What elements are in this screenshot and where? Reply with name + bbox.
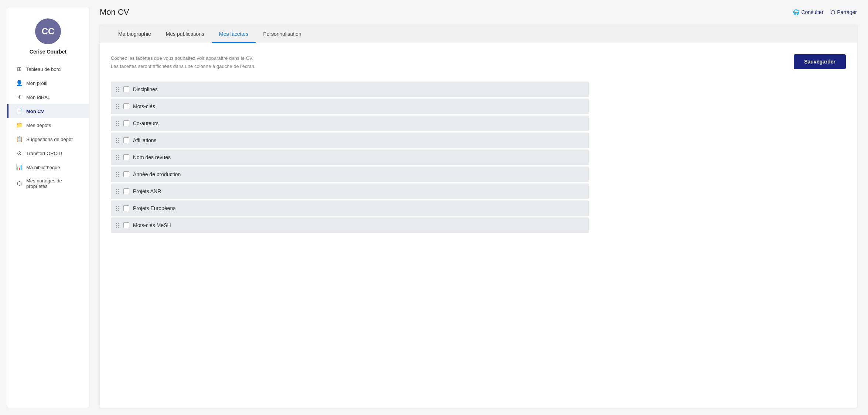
tableau-de-bord-icon: ⊞ [16, 66, 23, 72]
mes-depots-icon: 📁 [16, 122, 23, 128]
sidebar-item-label: Transfert ORCID [26, 151, 62, 156]
sidebar-item-mes-partages[interactable]: ⬡ Mes partages de propriétés [7, 174, 89, 193]
mon-idhal-icon: ✳ [16, 94, 23, 100]
tab-ma-biographie[interactable]: Ma biographie [111, 24, 158, 43]
facette-item-mots-cles[interactable]: Mots-clés [111, 99, 589, 114]
facette-label-projets-anr: Projets ANR [133, 188, 161, 194]
sidebar-item-transfert-orcid[interactable]: ⊙ Transfert ORCID [7, 146, 89, 160]
share-link[interactable]: ⬡ Partager [831, 9, 857, 15]
facette-checkbox-annee-de-production[interactable] [123, 171, 129, 177]
drag-handle-icon [116, 138, 120, 143]
facette-item-projets-europeens[interactable]: Projets Européens [111, 200, 589, 216]
mon-profil-icon: 👤 [16, 80, 23, 86]
drag-handle-icon [116, 104, 120, 109]
facette-label-projets-europeens: Projets Européens [133, 205, 175, 211]
facette-label-mots-cles: Mots-clés [133, 103, 155, 109]
sidebar-item-label: Tableau de bord [26, 66, 61, 72]
facette-label-disciplines: Disciplines [133, 86, 158, 92]
sidebar: CC Cerise Courbet ⊞ Tableau de bord 👤 Mo… [7, 7, 89, 408]
sidebar-item-label: Mes dépôts [26, 123, 51, 128]
sidebar-item-label: Mon profil [26, 80, 47, 86]
drag-handle-icon [116, 206, 120, 211]
top-content: Cochez les facettes que vous souhaitez v… [111, 54, 846, 82]
drag-handle-icon [116, 189, 120, 194]
consult-link[interactable]: 🌐 Consulter [793, 9, 823, 15]
facette-checkbox-mots-cles-mesh[interactable] [123, 222, 129, 228]
sidebar-item-ma-bibliotheque[interactable]: 📊 Ma bibliothèque [7, 160, 89, 174]
facette-checkbox-co-auteurs[interactable] [123, 120, 129, 126]
sidebar-item-suggestions-de-depot[interactable]: 📋 Suggestions de dépôt [7, 132, 89, 146]
content-body: Cochez les facettes que vous souhaitez v… [100, 43, 857, 246]
drag-handle-icon [116, 172, 120, 177]
facette-item-disciplines[interactable]: Disciplines [111, 82, 589, 97]
tab-personnalisation[interactable]: Personnalisation [256, 24, 309, 43]
suggestions-de-depot-icon: 📋 [16, 136, 23, 143]
facette-item-affiliations[interactable]: Affiliations [111, 133, 589, 148]
sidebar-item-label: Mes partages de propriétés [26, 178, 81, 189]
sidebar-item-label: Mon CV [26, 109, 44, 114]
share-icon: ⬡ [831, 9, 835, 15]
tabs-bar: Ma biographieMes publicationsMes facette… [100, 24, 857, 43]
sidebar-item-mon-profil[interactable]: 👤 Mon profil [7, 76, 89, 90]
facette-item-mots-cles-mesh[interactable]: Mots-clés MeSH [111, 217, 589, 233]
page-header: Mon CV 🌐 Consulter ⬡ Partager [100, 7, 857, 17]
facette-checkbox-projets-europeens[interactable] [123, 205, 129, 211]
facette-label-affiliations: Affiliations [133, 137, 157, 143]
facettes-list: DisciplinesMots-clésCo-auteursAffiliatio… [111, 82, 589, 234]
tab-mes-publications[interactable]: Mes publications [158, 24, 212, 43]
user-name: Cerise Courbet [30, 49, 66, 55]
content-card: Ma biographieMes publicationsMes facette… [100, 24, 857, 408]
sidebar-item-mon-cv[interactable]: 📄 Mon CV [7, 104, 89, 118]
facette-item-nom-des-revues[interactable]: Nom des revues [111, 150, 589, 165]
ma-bibliotheque-icon: 📊 [16, 164, 23, 171]
facette-label-nom-des-revues: Nom des revues [133, 154, 171, 160]
facette-checkbox-mots-cles[interactable] [123, 103, 129, 109]
facette-label-co-auteurs: Co-auteurs [133, 120, 158, 126]
sidebar-item-mes-depots[interactable]: 📁 Mes dépôts [7, 118, 89, 132]
facette-label-mots-cles-mesh: Mots-clés MeSH [133, 222, 171, 228]
section-description: Cochez les facettes que vous souhaitez v… [111, 54, 256, 71]
globe-icon: 🌐 [793, 9, 799, 15]
avatar: CC [35, 18, 61, 44]
drag-handle-icon [116, 121, 120, 126]
facette-label-annee-de-production: Année de production [133, 171, 181, 177]
save-button[interactable]: Sauvegarder [794, 54, 846, 69]
header-actions: 🌐 Consulter ⬡ Partager [793, 9, 857, 15]
facette-checkbox-nom-des-revues[interactable] [123, 154, 129, 160]
drag-handle-icon [116, 87, 120, 92]
facette-checkbox-disciplines[interactable] [123, 86, 129, 92]
sidebar-item-label: Suggestions de dépôt [26, 137, 73, 142]
drag-handle-icon [116, 223, 120, 228]
drag-handle-icon [116, 155, 120, 160]
facette-checkbox-affiliations[interactable] [123, 137, 129, 143]
app-layout: CC Cerise Courbet ⊞ Tableau de bord 👤 Mo… [0, 0, 868, 415]
facette-checkbox-projets-anr[interactable] [123, 188, 129, 194]
mon-cv-icon: 📄 [16, 108, 23, 114]
main-area: Mon CV 🌐 Consulter ⬡ Partager Ma biograp… [89, 0, 868, 415]
sidebar-item-label: Ma bibliothèque [26, 165, 60, 170]
sidebar-nav: ⊞ Tableau de bord 👤 Mon profil ✳ Mon IdH… [7, 62, 89, 193]
facette-item-annee-de-production[interactable]: Année de production [111, 167, 589, 182]
sidebar-item-mon-idhal[interactable]: ✳ Mon IdHAL [7, 90, 89, 104]
tab-mes-facettes[interactable]: Mes facettes [212, 24, 256, 43]
mes-partages-icon: ⬡ [16, 180, 23, 187]
page-title: Mon CV [100, 7, 129, 17]
sidebar-item-label: Mon IdHAL [26, 95, 50, 100]
facette-item-co-auteurs[interactable]: Co-auteurs [111, 116, 589, 131]
facette-item-projets-anr[interactable]: Projets ANR [111, 184, 589, 199]
sidebar-item-tableau-de-bord[interactable]: ⊞ Tableau de bord [7, 62, 89, 76]
transfert-orcid-icon: ⊙ [16, 150, 23, 157]
